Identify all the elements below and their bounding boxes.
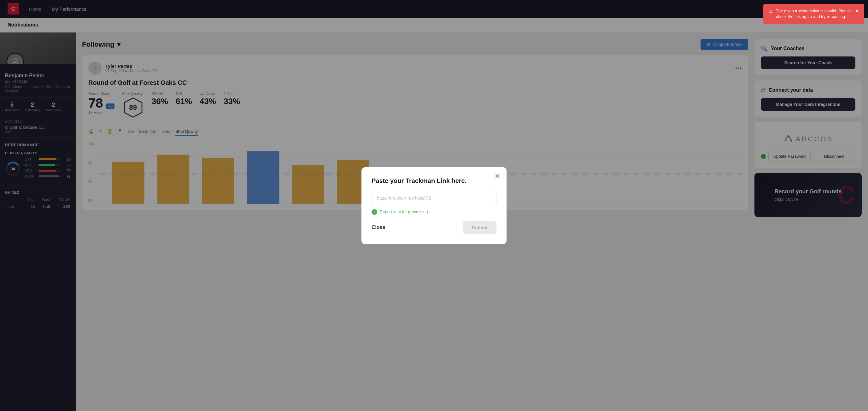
- toast-message: The given trackman link is invalid. Plea…: [776, 8, 852, 20]
- toast-error: ⚠ The given trackman link is invalid. Pl…: [763, 4, 864, 24]
- modal-close-btn[interactable]: Close: [372, 221, 385, 233]
- trackman-modal: Paste your Trackman Link here. ✕ ✓ Repor…: [362, 167, 506, 244]
- trackman-link-input[interactable]: [372, 191, 496, 205]
- toast-close-btn[interactable]: ×: [855, 8, 859, 14]
- modal-submit-btn[interactable]: Submit: [463, 221, 496, 234]
- modal-actions: Close Submit: [372, 221, 496, 234]
- modal-success-message: ✓ Report sent for processing: [372, 209, 496, 215]
- modal-title: Paste your Trackman Link here.: [372, 177, 496, 185]
- toast-warning-icon: ⚠: [769, 8, 773, 14]
- modal-success-icon: ✓: [372, 209, 377, 215]
- modal-overlay[interactable]: Paste your Trackman Link here. ✕ ✓ Repor…: [0, 0, 868, 411]
- modal-close-x-btn[interactable]: ✕: [495, 172, 500, 181]
